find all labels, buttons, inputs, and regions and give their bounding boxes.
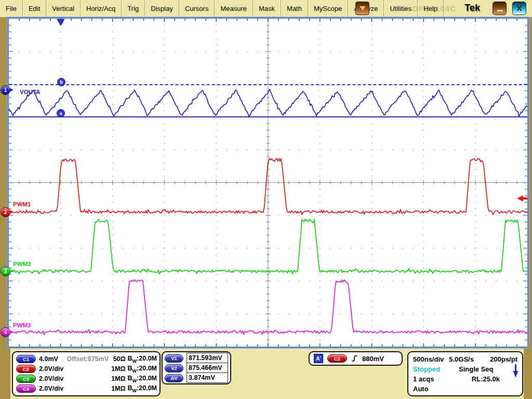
- cursor-pill-δv[interactable]: ΔV: [165, 374, 183, 382]
- close-button[interactable]: X: [512, 2, 526, 15]
- timebase-scale: 500ns/div: [413, 355, 444, 363]
- cursor-readout-row: V1871.593mV: [165, 353, 228, 363]
- trigger-source-pill: C2: [327, 354, 347, 363]
- channel-bandwidth: BW:20.0M: [128, 384, 157, 393]
- trigger-level-value: 880mV: [362, 355, 384, 363]
- menu-item-trig[interactable]: Trig: [122, 0, 145, 17]
- channel-pill-c3[interactable]: C3: [16, 375, 36, 383]
- channel-marker-arrow: [9, 269, 14, 273]
- channel-readout-row: C42.0V/div1MΩBW:20.0M: [16, 384, 157, 393]
- tekscope-window: FileEditVerticalHoriz/AcqTrigDisplayCurs…: [0, 0, 532, 399]
- trigger-readout-panel[interactable]: A' C2 880mV: [309, 351, 403, 366]
- trigger-a-badge: A': [314, 354, 323, 363]
- channel-pill-c1[interactable]: C1: [16, 355, 36, 363]
- channel-marker-3[interactable]: 3: [1, 267, 10, 276]
- menu-item-file[interactable]: File: [0, 0, 23, 17]
- channel-impedance: 1MΩ: [109, 365, 126, 373]
- cursor-value: 875.466mV: [187, 363, 228, 373]
- menu-item-mask[interactable]: Mask: [253, 0, 281, 17]
- waveform-label-pwm3: PWM3: [13, 322, 31, 328]
- channel-offset: Offset:875mV: [66, 355, 109, 363]
- menu-overflow-button[interactable]: [355, 2, 369, 15]
- channel-marker-2[interactable]: 2: [1, 207, 10, 217]
- menu-item-edit[interactable]: Edit: [23, 0, 46, 17]
- cursor-readout-row: V2875.466mV: [165, 363, 228, 373]
- cursor-pill-v2[interactable]: V2: [165, 364, 183, 373]
- trigger-position-marker[interactable]: [57, 19, 64, 25]
- cursor-readout-panel[interactable]: V1871.593mVV2875.466mVΔV3.874mV: [162, 351, 231, 384]
- channel-readout-row: C14.0mVOffset:875mV50ΩBW:20.0M: [16, 354, 157, 364]
- cursor-value: 871.593mV: [187, 353, 228, 363]
- rising-edge-icon: [351, 354, 358, 363]
- channel-marker-arrow: [9, 330, 14, 334]
- cursor-pill-v1[interactable]: V1: [165, 354, 183, 363]
- channel-readout-panel[interactable]: C14.0mVOffset:875mV50ΩBW:20.0MC22.0V/div…: [12, 351, 161, 396]
- cursor-b-handle[interactable]: b: [57, 78, 65, 86]
- waveform-label-vouta: VOUTA: [20, 89, 40, 95]
- menu-item-cursors[interactable]: Cursors: [179, 0, 215, 17]
- acquisition-count: 1 acqs: [413, 375, 434, 383]
- minimize-button[interactable]: [493, 2, 507, 15]
- waveform-label-pwm2: PWM2: [13, 261, 31, 267]
- channel-impedance: 50Ω: [109, 355, 125, 363]
- record-length: RL:25.0k: [472, 375, 500, 383]
- menu-item-display[interactable]: Display: [145, 0, 179, 17]
- channel-impedance: 1MΩ: [109, 375, 126, 382]
- graticule-svg: VOUTAPWM1PWM2PWM3: [9, 19, 527, 347]
- channel-scale: 2.0V/div: [39, 375, 67, 382]
- cursor-readout-row: ΔV3.874mV: [165, 373, 228, 383]
- menu-bar: FileEditVerticalHoriz/AcqTrigDisplayCurs…: [0, 0, 532, 17]
- tek-logo: Tek: [464, 3, 480, 14]
- down-arrow-icon: [512, 364, 519, 378]
- chevron-down-icon: [360, 6, 366, 10]
- channel-pill-c4[interactable]: C4: [16, 384, 36, 393]
- close-icon: X: [516, 4, 522, 12]
- waveform-label-pwm1: PWM1: [13, 201, 31, 207]
- menu-item-horiz-acq[interactable]: Horiz/Acq: [81, 0, 122, 17]
- menu-item-measure[interactable]: Measure: [215, 0, 253, 17]
- trigger-level-arrow[interactable]: [517, 195, 527, 202]
- channel-marker-1[interactable]: 1: [1, 85, 10, 95]
- menu-item-math[interactable]: Math: [281, 0, 308, 17]
- minimize-icon: [497, 10, 503, 11]
- waveform-display: VOUTAPWM1PWM2PWM3 ba1234: [7, 17, 529, 348]
- channel-marker-4[interactable]: 4: [1, 327, 10, 337]
- channel-scale: 2.0V/div: [39, 385, 67, 392]
- channel-marker-arrow: [9, 210, 14, 214]
- channel-scale: 4.0mV: [39, 355, 66, 363]
- timebase-panel[interactable]: 500ns/div 5.0GS/s 200ps/pt Stopped Singl…: [407, 351, 523, 396]
- sample-rate: 5.0GS/s: [449, 355, 474, 363]
- channel-marker-arrow: [9, 88, 14, 92]
- acquisition-status: Stopped: [413, 365, 440, 373]
- menu-item-myscope[interactable]: MyScope: [308, 0, 348, 17]
- channel-bandwidth: BW:20.0M: [128, 365, 157, 374]
- cursor-value: 3.874mV: [187, 373, 228, 383]
- channel-pill-c2[interactable]: C2: [16, 365, 36, 373]
- channel-bandwidth: BW:20.0M: [128, 355, 157, 364]
- model-watermark: DPO7104C: [412, 4, 456, 13]
- trigger-mode: Auto: [413, 385, 429, 393]
- cursor-a-handle[interactable]: a: [57, 109, 65, 117]
- channel-scale: 2.0V/div: [39, 365, 67, 373]
- channel-readout-row: C32.0V/div1MΩBW:20.0M: [16, 374, 157, 383]
- acquisition-mode: Single Seq: [459, 365, 493, 373]
- readout-bar: C14.0mVOffset:875mV50ΩBW:20.0MC22.0V/div…: [10, 349, 524, 399]
- channel-bandwidth: BW:20.0M: [128, 375, 157, 383]
- resolution: 200ps/pt: [490, 355, 517, 363]
- channel-readout-row: C22.0V/div1MΩBW:20.0M: [16, 364, 157, 374]
- channel-impedance: 1MΩ: [109, 385, 126, 392]
- menu-item-vertical[interactable]: Vertical: [46, 0, 81, 17]
